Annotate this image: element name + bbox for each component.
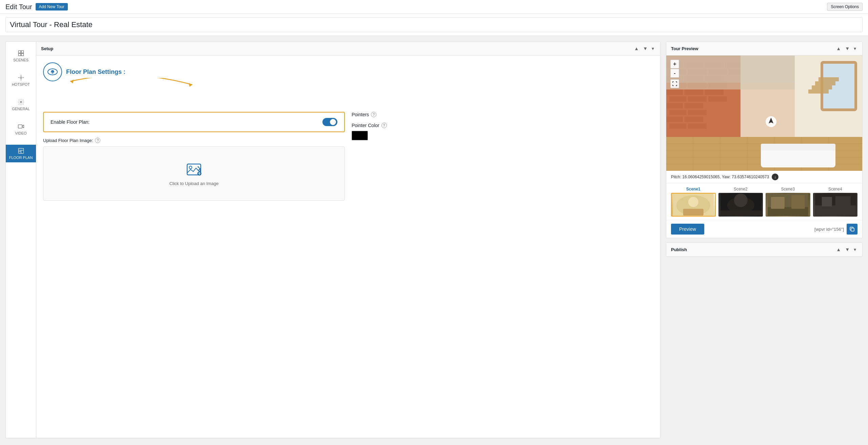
svg-point-22 (189, 166, 192, 169)
svg-rect-87 (720, 210, 761, 217)
scene-item-4[interactable]: Scene4 (813, 187, 858, 217)
svg-rect-94 (822, 197, 832, 206)
preview-button[interactable]: Preview (671, 224, 704, 235)
screen-options-button[interactable]: Screen Options (827, 3, 863, 11)
pointers-field: Pointers ? (352, 112, 653, 117)
sidebar-item-floor-plan-label: FLOOR PLAN (9, 156, 33, 160)
scene-1-label: Scene1 (671, 187, 716, 191)
preview-collapse-up-btn[interactable]: ▲ (835, 45, 842, 52)
svg-rect-42 (666, 89, 683, 95)
svg-rect-44 (705, 89, 724, 95)
publish-collapse-down-btn[interactable]: ▼ (844, 246, 851, 253)
publish-header: Publish ▲ ▼ ▾ (666, 243, 862, 257)
svg-rect-46 (688, 96, 707, 102)
header-left: Edit Tour Add New Tour (5, 3, 68, 11)
svg-rect-2 (18, 54, 21, 56)
svg-rect-55 (688, 123, 707, 129)
svg-rect-75 (812, 85, 832, 89)
enable-floor-plan-label: Enable Floor Plan: (51, 119, 90, 125)
setup-collapse-up-btn[interactable]: ▲ (633, 45, 640, 52)
svg-rect-3 (21, 54, 23, 56)
scene-1-thumb[interactable] (671, 193, 716, 217)
fullscreen-button[interactable] (670, 79, 679, 88)
publish-toggle-btn[interactable]: ▾ (852, 246, 857, 253)
setup-panel: Setup ▲ ▼ ▾ WP VR (36, 41, 660, 438)
sidebar-item-video[interactable]: VIDEO (6, 120, 36, 138)
pointer-color-field: Pointer Color ? (352, 123, 653, 140)
enable-floor-plan-toggle[interactable] (322, 118, 337, 126)
pitch-yaw-info: Pitch: 16.06064259015065, Yaw: 73.635746… (666, 171, 862, 183)
scene-3-svg (766, 194, 810, 217)
preview-image-container: + - (666, 56, 862, 171)
sidebar-item-general-label: GENERAL (12, 107, 30, 111)
admin-header: Edit Tour Add New Tour Screen Options (0, 0, 868, 14)
svg-rect-53 (685, 117, 703, 122)
video-icon (18, 123, 24, 130)
zoom-out-button[interactable]: - (670, 69, 679, 78)
scene-2-thumb[interactable] (718, 193, 763, 217)
preview-toggle-btn[interactable]: ▾ (852, 45, 857, 52)
settings-left: Enable Floor Plan: Upload Floor Plan Ima… (43, 112, 345, 201)
preview-collapse-down-btn[interactable]: ▼ (844, 45, 851, 52)
svg-point-4 (20, 77, 22, 79)
floor-plan-content: WP VR Floor Plan Settings : (36, 56, 660, 207)
setup-toggle-btn[interactable]: ▾ (650, 45, 655, 52)
svg-rect-52 (666, 117, 683, 122)
upload-area[interactable]: Click to Upload an Image (43, 146, 345, 201)
setup-panel-controls: ▲ ▼ ▾ (633, 45, 655, 52)
scene-item-1[interactable]: Scene1 (671, 187, 716, 217)
setup-collapse-down-btn[interactable]: ▼ (642, 45, 649, 52)
sidebar-item-scenes[interactable]: SCENES (6, 47, 36, 65)
floor-plan-section-title: Floor Plan Settings : (66, 68, 125, 76)
tour-preview-title: Tour Preview (671, 46, 698, 51)
scene-3-thumb[interactable] (766, 193, 810, 217)
svg-rect-1 (21, 51, 23, 53)
settings-right: Pointers ? Pointer Color ? (352, 112, 653, 201)
svg-rect-77 (818, 77, 839, 81)
sidebar-item-hotspot[interactable]: HOTSPOT (6, 72, 36, 89)
preview-panel-controls: ▲ ▼ ▾ (835, 45, 857, 52)
main-layout: SCENES HOTSPOT GENERAL (0, 36, 868, 444)
svg-rect-47 (708, 96, 727, 102)
svg-point-86 (734, 194, 747, 207)
pointer-color-label-text: Pointer Color (352, 123, 379, 128)
preview-panel-header: Tour Preview ▲ ▼ ▾ (666, 42, 862, 56)
page-title: Edit Tour (5, 3, 32, 11)
pointers-label: Pointers ? (352, 112, 653, 117)
publish-collapse-up-btn[interactable]: ▲ (835, 246, 842, 253)
svg-rect-74 (808, 89, 829, 94)
pointer-color-swatch[interactable] (352, 131, 368, 140)
hotspot-icon (18, 74, 24, 81)
svg-point-82 (688, 197, 698, 207)
svg-marker-19 (70, 80, 74, 83)
copy-shortcode-button[interactable] (847, 224, 857, 235)
arrow-annotation (43, 88, 653, 108)
sidebar-item-hotspot-label: HOTSPOT (12, 82, 30, 86)
publish-panel: Publish ▲ ▼ ▾ (666, 242, 863, 257)
zoom-in-button[interactable]: + (670, 60, 679, 68)
scene-4-thumb[interactable] (813, 193, 858, 217)
download-icon[interactable]: ↓ (772, 174, 778, 180)
upload-info-icon[interactable]: ? (95, 138, 100, 143)
scenes-row: Scene1 Scene2 (666, 183, 862, 220)
setup-panel-title: Setup (41, 46, 53, 51)
scene-2-svg (719, 194, 763, 217)
svg-rect-10 (18, 125, 22, 128)
scene-item-2[interactable]: Scene2 (718, 187, 763, 217)
tour-title-bar (0, 14, 868, 36)
sidebar-item-general[interactable]: GENERAL (6, 96, 36, 114)
tour-title-input[interactable] (5, 17, 863, 32)
setup-panel-header: Setup ▲ ▼ ▾ (36, 42, 660, 56)
copy-icon (849, 226, 855, 232)
add-new-button[interactable]: Add New Tour (36, 3, 68, 11)
svg-rect-54 (669, 123, 686, 129)
sidebar-item-floor-plan[interactable]: FLOOR PLAN (6, 145, 36, 162)
svg-text:WP VR: WP VR (50, 72, 56, 74)
scene-item-3[interactable]: Scene3 (766, 187, 810, 217)
svg-rect-91 (791, 195, 805, 209)
pointers-info-icon[interactable]: ? (371, 112, 376, 117)
pointer-color-info-icon[interactable]: ? (381, 123, 387, 128)
wpvr-logo-svg: WP VR (47, 66, 58, 77)
scene-3-label: Scene3 (766, 187, 810, 191)
sidebar-item-video-label: VIDEO (15, 131, 26, 135)
